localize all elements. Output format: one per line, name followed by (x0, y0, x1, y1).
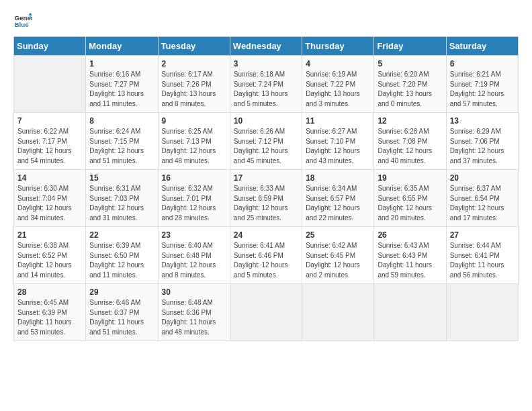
day-info: Sunrise: 6:41 AM Sunset: 6:46 PM Dayligh… (234, 241, 298, 280)
day-number: 19 (378, 173, 442, 183)
calendar-cell (14, 56, 86, 113)
calendar-week-row: 1Sunrise: 6:16 AM Sunset: 7:27 PM Daylig… (14, 56, 519, 113)
day-info: Sunrise: 6:24 AM Sunset: 7:15 PM Dayligh… (89, 127, 154, 166)
calendar-cell: 5Sunrise: 6:20 AM Sunset: 7:20 PM Daylig… (374, 56, 446, 113)
calendar-cell: 13Sunrise: 6:29 AM Sunset: 7:06 PM Dayli… (446, 113, 518, 170)
calendar-cell: 28Sunrise: 6:45 AM Sunset: 6:39 PM Dayli… (14, 284, 86, 341)
day-number: 9 (162, 116, 226, 126)
day-number: 27 (450, 230, 515, 240)
day-number: 4 (306, 59, 370, 68)
calendar-cell: 18Sunrise: 6:34 AM Sunset: 6:57 PM Dayli… (302, 170, 374, 227)
calendar-cell: 1Sunrise: 6:16 AM Sunset: 7:27 PM Daylig… (86, 56, 158, 113)
day-info: Sunrise: 6:32 AM Sunset: 7:01 PM Dayligh… (162, 184, 226, 223)
calendar-cell: 6Sunrise: 6:21 AM Sunset: 7:19 PM Daylig… (446, 56, 518, 113)
day-number: 30 (162, 287, 226, 297)
day-info: Sunrise: 6:45 AM Sunset: 6:39 PM Dayligh… (17, 298, 82, 337)
calendar-cell: 4Sunrise: 6:19 AM Sunset: 7:22 PM Daylig… (302, 56, 374, 113)
svg-text:Blue: Blue (14, 21, 29, 28)
day-number: 26 (378, 230, 442, 240)
day-header-wednesday: Wednesday (230, 37, 302, 56)
day-number: 20 (450, 173, 515, 183)
calendar-week-row: 7Sunrise: 6:22 AM Sunset: 7:17 PM Daylig… (14, 113, 519, 170)
day-number: 28 (17, 287, 82, 297)
calendar-cell: 7Sunrise: 6:22 AM Sunset: 7:17 PM Daylig… (14, 113, 86, 170)
day-number: 6 (450, 59, 515, 68)
day-number: 3 (234, 59, 298, 68)
calendar-cell: 16Sunrise: 6:32 AM Sunset: 7:01 PM Dayli… (158, 170, 230, 227)
calendar-cell: 15Sunrise: 6:31 AM Sunset: 7:03 PM Dayli… (86, 170, 158, 227)
day-info: Sunrise: 6:16 AM Sunset: 7:27 PM Dayligh… (89, 70, 154, 109)
day-info: Sunrise: 6:28 AM Sunset: 7:08 PM Dayligh… (378, 127, 442, 166)
calendar-cell: 12Sunrise: 6:28 AM Sunset: 7:08 PM Dayli… (374, 113, 446, 170)
day-info: Sunrise: 6:21 AM Sunset: 7:19 PM Dayligh… (450, 70, 515, 109)
day-number: 10 (234, 116, 298, 126)
calendar-body: 1Sunrise: 6:16 AM Sunset: 7:27 PM Daylig… (14, 56, 519, 341)
calendar-week-row: 21Sunrise: 6:38 AM Sunset: 6:52 PM Dayli… (14, 227, 519, 284)
day-number: 18 (306, 173, 370, 183)
day-header-sunday: Sunday (14, 37, 86, 56)
calendar-cell: 2Sunrise: 6:17 AM Sunset: 7:26 PM Daylig… (158, 56, 230, 113)
day-number: 24 (234, 230, 298, 240)
day-number: 8 (89, 116, 154, 126)
calendar-cell (446, 284, 518, 341)
day-number: 25 (306, 230, 370, 240)
day-info: Sunrise: 6:37 AM Sunset: 6:54 PM Dayligh… (450, 184, 515, 223)
day-info: Sunrise: 6:43 AM Sunset: 6:43 PM Dayligh… (378, 241, 442, 280)
calendar-cell: 26Sunrise: 6:43 AM Sunset: 6:43 PM Dayli… (374, 227, 446, 284)
page-header: General Blue (13, 11, 519, 30)
day-number: 2 (162, 59, 226, 68)
day-info: Sunrise: 6:48 AM Sunset: 6:36 PM Dayligh… (162, 298, 226, 337)
day-header-saturday: Saturday (446, 37, 518, 56)
day-info: Sunrise: 6:42 AM Sunset: 6:45 PM Dayligh… (306, 241, 370, 280)
day-number: 5 (378, 59, 442, 68)
logo: General Blue (13, 11, 32, 30)
day-number: 17 (234, 173, 298, 183)
calendar-cell: 30Sunrise: 6:48 AM Sunset: 6:36 PM Dayli… (158, 284, 230, 341)
calendar-cell: 24Sunrise: 6:41 AM Sunset: 6:46 PM Dayli… (230, 227, 302, 284)
day-number: 29 (89, 287, 154, 297)
calendar-week-row: 28Sunrise: 6:45 AM Sunset: 6:39 PM Dayli… (14, 284, 519, 341)
day-header-thursday: Thursday (302, 37, 374, 56)
day-info: Sunrise: 6:44 AM Sunset: 6:41 PM Dayligh… (450, 241, 515, 280)
calendar-cell: 27Sunrise: 6:44 AM Sunset: 6:41 PM Dayli… (446, 227, 518, 284)
calendar-cell: 19Sunrise: 6:35 AM Sunset: 6:55 PM Dayli… (374, 170, 446, 227)
calendar-cell: 22Sunrise: 6:39 AM Sunset: 6:50 PM Dayli… (86, 227, 158, 284)
day-info: Sunrise: 6:30 AM Sunset: 7:04 PM Dayligh… (17, 184, 82, 223)
day-info: Sunrise: 6:33 AM Sunset: 6:59 PM Dayligh… (234, 184, 298, 223)
day-info: Sunrise: 6:29 AM Sunset: 7:06 PM Dayligh… (450, 127, 515, 166)
calendar-cell: 20Sunrise: 6:37 AM Sunset: 6:54 PM Dayli… (446, 170, 518, 227)
day-info: Sunrise: 6:27 AM Sunset: 7:10 PM Dayligh… (306, 127, 370, 166)
calendar-cell (302, 284, 374, 341)
day-info: Sunrise: 6:25 AM Sunset: 7:13 PM Dayligh… (162, 127, 226, 166)
calendar-cell: 8Sunrise: 6:24 AM Sunset: 7:15 PM Daylig… (86, 113, 158, 170)
day-info: Sunrise: 6:38 AM Sunset: 6:52 PM Dayligh… (17, 241, 82, 280)
day-number: 14 (17, 173, 82, 183)
day-number: 13 (450, 116, 515, 126)
calendar-cell: 9Sunrise: 6:25 AM Sunset: 7:13 PM Daylig… (158, 113, 230, 170)
logo-icon: General Blue (13, 11, 32, 30)
calendar-cell: 14Sunrise: 6:30 AM Sunset: 7:04 PM Dayli… (14, 170, 86, 227)
calendar-week-row: 14Sunrise: 6:30 AM Sunset: 7:04 PM Dayli… (14, 170, 519, 227)
calendar-cell: 25Sunrise: 6:42 AM Sunset: 6:45 PM Dayli… (302, 227, 374, 284)
day-info: Sunrise: 6:26 AM Sunset: 7:12 PM Dayligh… (234, 127, 298, 166)
calendar-cell (374, 284, 446, 341)
day-number: 23 (162, 230, 226, 240)
day-info: Sunrise: 6:18 AM Sunset: 7:24 PM Dayligh… (234, 70, 298, 109)
calendar-cell: 21Sunrise: 6:38 AM Sunset: 6:52 PM Dayli… (14, 227, 86, 284)
day-info: Sunrise: 6:17 AM Sunset: 7:26 PM Dayligh… (162, 70, 226, 109)
day-info: Sunrise: 6:20 AM Sunset: 7:20 PM Dayligh… (378, 70, 442, 109)
calendar-cell: 29Sunrise: 6:46 AM Sunset: 6:37 PM Dayli… (86, 284, 158, 341)
day-info: Sunrise: 6:19 AM Sunset: 7:22 PM Dayligh… (306, 70, 370, 109)
day-number: 1 (89, 59, 154, 68)
day-info: Sunrise: 6:46 AM Sunset: 6:37 PM Dayligh… (89, 298, 154, 337)
calendar-cell: 11Sunrise: 6:27 AM Sunset: 7:10 PM Dayli… (302, 113, 374, 170)
day-info: Sunrise: 6:22 AM Sunset: 7:17 PM Dayligh… (17, 127, 82, 166)
day-number: 12 (378, 116, 442, 126)
day-header-tuesday: Tuesday (158, 37, 230, 56)
calendar-table: SundayMondayTuesdayWednesdayThursdayFrid… (13, 36, 519, 341)
day-info: Sunrise: 6:35 AM Sunset: 6:55 PM Dayligh… (378, 184, 442, 223)
day-number: 15 (89, 173, 154, 183)
day-number: 7 (17, 116, 82, 126)
day-number: 16 (162, 173, 226, 183)
day-info: Sunrise: 6:34 AM Sunset: 6:57 PM Dayligh… (306, 184, 370, 223)
